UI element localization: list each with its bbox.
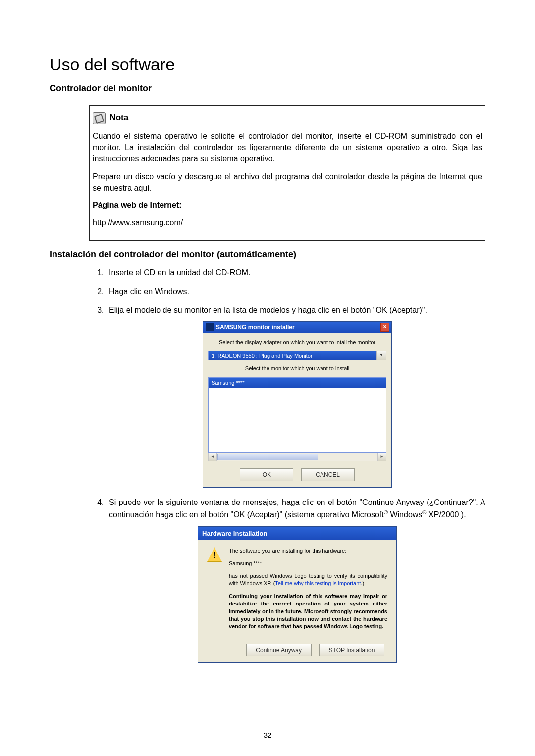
section-heading: Controlador del monitor xyxy=(50,83,485,94)
scroll-track[interactable] xyxy=(217,453,377,461)
steps-list: Inserte el CD en la unidad del CD-ROM. H… xyxy=(89,267,485,662)
note-paragraph-2: Prepare un disco vacío y descargue el ar… xyxy=(93,171,482,194)
page-number: 32 xyxy=(0,731,535,739)
dialog1-body: Select the display adapter on which you … xyxy=(203,333,391,487)
step-2: Haga clic en Windows. xyxy=(106,286,485,298)
dialog1-close-button[interactable]: × xyxy=(380,323,389,332)
scroll-left-icon[interactable]: ◄ xyxy=(209,453,217,461)
top-rule xyxy=(50,35,485,35)
dialog1-instruction-1: Select the display adapter on which you … xyxy=(208,338,386,347)
dialog2-title: Hardware Installation xyxy=(198,527,396,541)
dialog2-text: The software you are installing for this… xyxy=(229,547,387,636)
dialog2-continue-button[interactable]: Continue Anyway xyxy=(246,644,312,656)
note-paragraph-1: Cuando el sistema operativo le solicite … xyxy=(93,130,482,165)
registered-mark-1: ® xyxy=(384,509,388,515)
note-icon xyxy=(93,112,106,124)
dialog1-ok-button[interactable]: OK xyxy=(240,468,293,481)
dialog1-monitor-selected[interactable]: Samsung **** xyxy=(209,378,386,388)
note-url: http://www.samsung.com/ xyxy=(93,217,482,228)
page-title: Uso del software xyxy=(50,55,485,74)
step-3: Elija el modelo de su monitor en la list… xyxy=(106,304,485,488)
bottom-rule xyxy=(50,726,485,726)
note-label: Nota xyxy=(109,113,128,122)
note-internet-label: Página web de Internet: xyxy=(93,200,482,211)
registered-mark-2: ® xyxy=(422,509,426,515)
step-4-text-c: XP/2000 ). xyxy=(427,511,466,519)
scroll-right-icon[interactable]: ► xyxy=(377,453,386,461)
dialog2-continue-rest: ontinue Anyway xyxy=(260,647,302,654)
dialog2-line1: The software you are installing for this… xyxy=(229,547,387,554)
dialog2-stop-button[interactable]: STOP Installation xyxy=(319,644,384,656)
step-4-text-b: Windows xyxy=(388,511,422,519)
note-box: Nota Cuando el sistema operativo le soli… xyxy=(89,105,485,241)
subsection-heading: Instalación del controlador del monitor … xyxy=(50,250,485,260)
dialog2-stop-rest: TOP Installation xyxy=(333,647,375,654)
dialog1-title-text: SAMSUNG monitor installer xyxy=(216,323,295,332)
dialog2-line2: Samsung **** xyxy=(229,560,387,567)
samsung-installer-dialog: SAMSUNG monitor installer × Select the d… xyxy=(203,321,392,488)
chevron-down-icon[interactable]: ▼ xyxy=(376,351,386,360)
dialog1-titlebar: SAMSUNG monitor installer × xyxy=(203,322,391,333)
step-4: Si puede ver la siguiente ventana de men… xyxy=(106,497,485,662)
step-1: Inserte el CD en la unidad del CD-ROM. xyxy=(106,267,485,279)
hardware-installation-dialog: Hardware Installation The software you a… xyxy=(198,526,397,663)
warning-icon xyxy=(207,547,222,562)
dialog1-instruction-2: Select the monitor which you want to ins… xyxy=(208,364,386,373)
dialog1-adapter-select[interactable]: 1. RADEON 9550 : Plug and Play Monitor ▼ xyxy=(208,351,386,360)
dialog2-why-link[interactable]: Tell me why this testing is important. xyxy=(275,580,362,586)
dialog1-app-icon xyxy=(206,323,214,331)
dialog2-warning-text: Continuing your installation of this sof… xyxy=(229,593,387,631)
dialog1-cancel-button[interactable]: CANCEL xyxy=(301,468,355,481)
dialog1-monitor-list[interactable]: Samsung **** xyxy=(208,377,386,453)
scroll-thumb[interactable] xyxy=(217,454,318,460)
dialog1-adapter-value: 1. RADEON 9550 : Plug and Play Monitor xyxy=(209,351,376,360)
dialog2-line3b: ) xyxy=(362,580,364,586)
dialog2-line3: has not passed Windows Logo testing to v… xyxy=(229,572,387,588)
dialog1-horizontal-scrollbar[interactable]: ◄ ► xyxy=(208,453,386,461)
step-3-text: Elija el modelo de su monitor en la list… xyxy=(109,306,427,314)
